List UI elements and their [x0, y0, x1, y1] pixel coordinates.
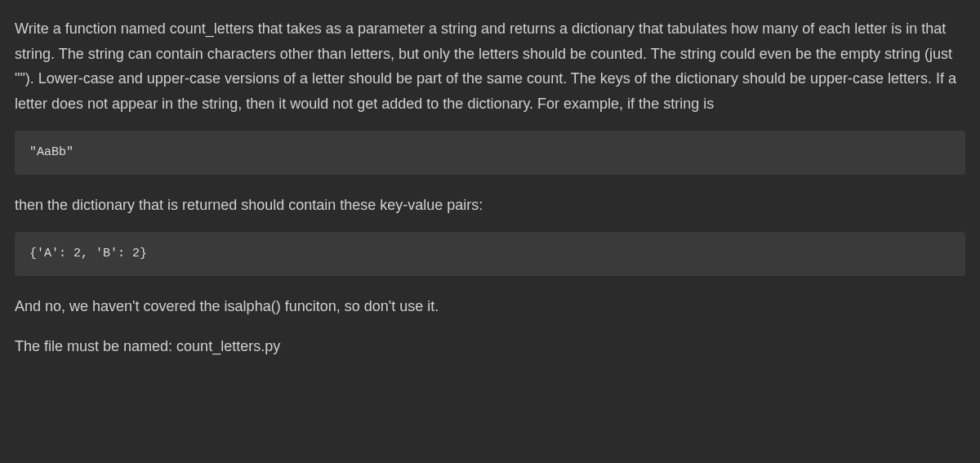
instruction-paragraph-2: then the dictionary that is returned sho… [15, 193, 965, 218]
code-example-input: "AaBb" [15, 131, 965, 175]
instruction-paragraph-1: Write a function named count_letters tha… [15, 16, 965, 116]
instruction-paragraph-4: The file must be named: count_letters.py [15, 334, 965, 359]
code-example-output: {'A': 2, 'B': 2} [15, 232, 965, 276]
instruction-paragraph-3: And no, we haven't covered the isalpha()… [15, 294, 965, 319]
